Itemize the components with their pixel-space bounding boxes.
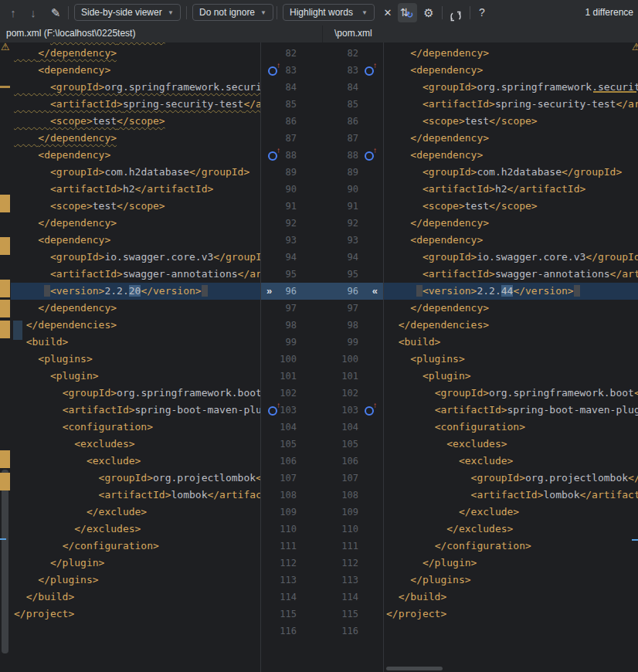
- warning-stripe-mark[interactable]: [0, 300, 10, 317]
- code-line-98[interactable]: </dependencies>: [11, 317, 260, 334]
- warning-stripe-mark[interactable]: [0, 86, 10, 88]
- dependency-update-icon[interactable]: ↑: [365, 65, 377, 76]
- code-line-106[interactable]: <exclude>: [11, 453, 260, 470]
- code-line-115[interactable]: </project>: [11, 606, 260, 623]
- code-line-116[interactable]: [11, 623, 260, 640]
- code-line-99[interactable]: <build>: [11, 334, 260, 351]
- code-line-82[interactable]: </dependency>: [11, 45, 260, 62]
- code-line-82[interactable]: </dependency>: [384, 45, 638, 62]
- code-line-107[interactable]: <groupId>org.projectlombok</groupId>: [11, 470, 260, 487]
- swap-sides-icon[interactable]: [448, 0, 463, 25]
- code-line-102[interactable]: <groupId>org.springframework.boot</group…: [11, 385, 260, 402]
- warning-stripe-mark[interactable]: [0, 195, 10, 212]
- code-line-85[interactable]: <artifactId>spring-security-test</artifa…: [11, 96, 260, 113]
- warning-stripe-mark[interactable]: [0, 321, 10, 338]
- code-line-111[interactable]: </configuration>: [11, 538, 260, 555]
- code-line-108[interactable]: <artifactId>lombok</artifactId>: [384, 487, 638, 504]
- code-line-90[interactable]: <artifactId>h2</artifactId>: [384, 181, 638, 198]
- code-line-91[interactable]: <scope>test</scope>: [11, 198, 260, 215]
- code-line-105[interactable]: <excludes>: [384, 436, 638, 453]
- code-line-93[interactable]: <dependency>: [384, 232, 638, 249]
- warning-stripe-mark[interactable]: [0, 237, 10, 255]
- code-line-101[interactable]: <plugin>: [11, 368, 260, 385]
- apply-change-right-icon[interactable]: »: [266, 283, 272, 300]
- code-line-83[interactable]: <dependency>: [11, 62, 260, 79]
- code-line-95[interactable]: <artifactId>swagger-annotations</artifac…: [11, 266, 260, 283]
- left-scrollbar-thumb[interactable]: [2, 470, 8, 653]
- code-line-87[interactable]: </dependency>: [384, 130, 638, 147]
- code-line-103[interactable]: <artifactId>spring-boot-maven-plugin</ar…: [384, 402, 638, 419]
- edit-icon[interactable]: ✎: [48, 0, 63, 25]
- dependency-update-icon[interactable]: ↑: [365, 405, 377, 416]
- ignore-policy-dropdown[interactable]: Do not ignore ▼: [192, 4, 273, 21]
- code-line-109[interactable]: </exclude>: [384, 504, 638, 521]
- right-error-stripe[interactable]: ⚠: [627, 42, 638, 672]
- code-line-116[interactable]: [384, 623, 638, 640]
- code-line-90[interactable]: <artifactId>h2</artifactId>: [11, 181, 260, 198]
- apply-change-left-icon[interactable]: «: [372, 283, 378, 300]
- code-line-87[interactable]: </dependency>: [11, 130, 260, 147]
- code-line-96[interactable]: <version>2.2.44</version>: [384, 283, 638, 300]
- code-line-99[interactable]: <build>: [384, 334, 638, 351]
- code-line-114[interactable]: </build>: [384, 589, 638, 606]
- code-line-106[interactable]: <exclude>: [384, 453, 638, 470]
- warning-stripe-mark[interactable]: [0, 280, 10, 297]
- help-icon[interactable]: ?: [476, 0, 488, 25]
- code-line-113[interactable]: </plugins>: [11, 572, 260, 589]
- code-line-89[interactable]: <groupId>com.h2database</groupId>: [384, 164, 638, 181]
- code-line-89[interactable]: <groupId>com.h2database</groupId>: [11, 164, 260, 181]
- horizontal-scrollbar-thumb[interactable]: [386, 667, 443, 670]
- warning-stripe-mark[interactable]: [0, 450, 10, 468]
- code-line-91[interactable]: <scope>test</scope>: [384, 198, 638, 215]
- code-line-86[interactable]: <scope>test</scope>: [11, 113, 260, 130]
- code-line-102[interactable]: <groupId>org.springframework.boot</group…: [384, 385, 638, 402]
- dependency-update-icon[interactable]: ↑: [268, 405, 280, 416]
- dependency-update-icon[interactable]: ↑: [268, 150, 280, 161]
- highlight-mode-dropdown[interactable]: Highlight words ▼: [283, 4, 375, 21]
- code-line-111[interactable]: </configuration>: [384, 538, 638, 555]
- code-line-112[interactable]: </plugin>: [11, 555, 260, 572]
- code-line-84[interactable]: <groupId>org.springframework.security</g…: [11, 79, 260, 96]
- code-line-96[interactable]: <version>2.2.20</version>: [11, 283, 260, 300]
- warning-triangle-icon[interactable]: ⚠: [632, 42, 638, 53]
- left-error-stripe[interactable]: ⚠: [0, 42, 11, 672]
- code-line-107[interactable]: <groupId>org.projectlombok</groupId>: [384, 470, 638, 487]
- left-editor[interactable]: <scope>test</scope> </dependency> <depen…: [11, 42, 260, 672]
- code-line-93[interactable]: <dependency>: [11, 232, 260, 249]
- code-line-88[interactable]: <dependency>: [384, 147, 638, 164]
- code-line-94[interactable]: <groupId>io.swagger.core.v3</groupId>: [384, 249, 638, 266]
- code-line-104[interactable]: <configuration>: [11, 419, 260, 436]
- code-line-98[interactable]: </dependencies>: [384, 317, 638, 334]
- code-line-109[interactable]: </exclude>: [11, 504, 260, 521]
- right-editor[interactable]: <scope>test</scope> </dependency> <depen…: [384, 42, 638, 672]
- code-line-97[interactable]: </dependency>: [384, 300, 638, 317]
- code-line-92[interactable]: </dependency>: [11, 215, 260, 232]
- code-line-95[interactable]: <artifactId>swagger-annotations</artifac…: [384, 266, 638, 283]
- code-line-101[interactable]: <plugin>: [384, 368, 638, 385]
- code-line-112[interactable]: </plugin>: [384, 555, 638, 572]
- collapse-unchanged-icon[interactable]: ✕: [382, 0, 394, 25]
- code-line-100[interactable]: <plugins>: [384, 351, 638, 368]
- code-line-86[interactable]: <scope>test</scope>: [384, 113, 638, 130]
- code-line-84[interactable]: <groupId>org.springframework.security</g…: [384, 79, 638, 96]
- next-difference-icon[interactable]: ↓: [26, 0, 40, 25]
- warning-stripe-mark[interactable]: [0, 473, 10, 490]
- dependency-update-icon[interactable]: ↑: [365, 150, 377, 161]
- code-line-104[interactable]: <configuration>: [384, 419, 638, 436]
- synchronize-scrolling-toggle[interactable]: ⇅ ↻: [398, 3, 417, 22]
- previous-difference-icon[interactable]: ↑: [6, 0, 20, 25]
- dependency-update-icon[interactable]: ↑: [268, 65, 280, 76]
- code-line-97[interactable]: </dependency>: [11, 300, 260, 317]
- code-line-110[interactable]: </excludes>: [11, 521, 260, 538]
- viewer-mode-dropdown[interactable]: Side-by-side viewer ▼: [74, 4, 181, 21]
- settings-gear-icon[interactable]: ⚙: [422, 0, 436, 25]
- caret-stripe-mark[interactable]: [0, 538, 6, 540]
- code-line-108[interactable]: <artifactId>lombok</artifactId>: [11, 487, 260, 504]
- code-line-88[interactable]: <dependency>: [11, 147, 260, 164]
- code-line-94[interactable]: <groupId>io.swagger.core.v3</groupId>: [11, 249, 260, 266]
- selected-change-stripe-mark[interactable]: [13, 321, 22, 340]
- code-line-92[interactable]: </dependency>: [384, 215, 638, 232]
- code-line-115[interactable]: </project>: [384, 606, 638, 623]
- warning-triangle-icon[interactable]: ⚠: [1, 42, 10, 53]
- code-line-113[interactable]: </plugins>: [384, 572, 638, 589]
